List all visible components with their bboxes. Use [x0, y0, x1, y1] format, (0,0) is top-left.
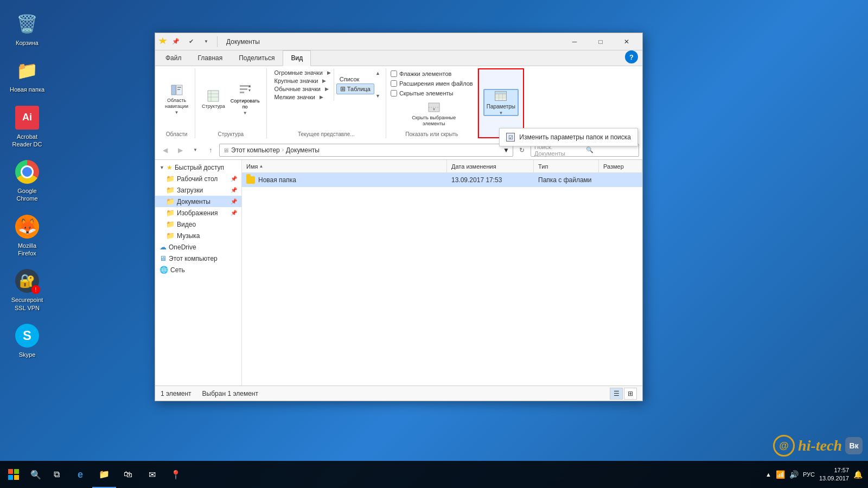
quick-access-expand: ▼ — [159, 165, 164, 170]
structure-btn-label: Структура — [202, 104, 225, 109]
nav-quick-access-label: Быстрый доступ — [175, 164, 224, 171]
firefox-icon: 🦊 — [14, 214, 40, 240]
taskbar-notif-btn[interactable]: 🔔 — [853, 470, 863, 479]
taskbar-store[interactable]: 🛍 — [116, 461, 140, 488]
structure-icon — [207, 89, 220, 102]
qat-pin-btn[interactable]: 📌 — [169, 35, 182, 48]
nav-network[interactable]: 🌐 Сеть — [155, 264, 241, 275]
file-list: Имя ▲ Дата изменения Тип Размер — [242, 160, 642, 386]
show-hide-group-label: Показать или скрыть — [391, 130, 473, 137]
file-row[interactable]: Новая папка 13.09.2017 17:53 Папка с фай… — [242, 173, 642, 187]
view-small-row: Мелкие значки ▶ — [271, 93, 331, 101]
help-button[interactable]: ? — [625, 50, 638, 63]
change-params-item[interactable]: ☑ Изменить параметры папок и поиска — [500, 131, 637, 144]
flags-checkbox-item[interactable]: Флажки элементов — [391, 69, 473, 78]
new-folder-label: Новая папка — [10, 86, 44, 93]
chrome-label: Google Chrome — [16, 187, 37, 203]
areas-nav-button[interactable]: Областьнавигации ▼ — [163, 84, 190, 114]
hide-selected-button[interactable]: Скрыть выбранныеэлементы — [395, 99, 473, 129]
tab-file[interactable]: Файл — [157, 50, 190, 66]
view-list-btn[interactable]: Список — [336, 75, 374, 83]
nav-desktop-icon: 📁 — [166, 175, 175, 183]
nav-quick-access[interactable]: ▼ ★ Быстрый доступ — [155, 162, 241, 173]
desktop-icon-firefox[interactable]: 🦊 Mozilla Firefox — [5, 214, 49, 258]
view-mode-controls: Огромные значки ▶ Крупные значки ▶ — [271, 69, 381, 100]
nav-music-label: Музыка — [177, 232, 200, 240]
view-small-btn[interactable]: Мелкие значки — [271, 93, 318, 101]
nav-desktop[interactable]: 📁 Рабочий стол 📌 — [155, 173, 241, 184]
items-count: 1 элемент — [161, 390, 192, 397]
desktop-icon-acrobat[interactable]: Ai Acrobat Reader DC — [5, 105, 49, 149]
title-bar-controls: ─ □ ✕ — [562, 34, 639, 49]
show-hide-checkboxes: Флажки элементов Расширения имен файлов … — [391, 69, 473, 98]
qat-arrow-btn[interactable]: ▼ — [200, 35, 213, 48]
taskbar-edge[interactable]: e — [68, 461, 92, 488]
taskbar-maps[interactable]: 📍 — [164, 461, 188, 488]
taskbar-taskview[interactable]: ⧉ — [44, 461, 68, 488]
list-view-toggle[interactable]: ☰ — [610, 388, 623, 400]
nav-documents[interactable]: 📁 Документы 📌 — [155, 196, 241, 207]
nav-onedrive[interactable]: ☁ OneDrive — [155, 241, 241, 253]
view-large-btn[interactable]: Крупные значки — [271, 77, 322, 85]
extensions-checkbox-item[interactable]: Расширения имен файлов — [391, 79, 473, 88]
col-type-header[interactable]: Тип — [534, 160, 599, 172]
view-collapse-up[interactable]: ▲ — [375, 70, 380, 76]
hidden-checkbox[interactable] — [391, 90, 397, 97]
change-params-label: Изменить параметры папок и поиска — [519, 133, 631, 141]
view-collapse-down[interactable]: ▼ — [375, 93, 380, 99]
params-button[interactable]: Параметры ▼ — [483, 89, 519, 116]
detail-view-toggle[interactable]: ⊞ — [624, 388, 637, 400]
desktop-icon-vpn[interactable]: 🔐 ! Securepoint SSL VPN — [5, 268, 49, 312]
tab-share[interactable]: Поделиться — [231, 50, 283, 66]
structure-button[interactable]: Структура — [200, 84, 227, 114]
maximize-button[interactable]: □ — [588, 34, 613, 49]
nav-images[interactable]: 📁 Изображения 📌 — [155, 207, 241, 219]
extensions-checkbox[interactable] — [391, 80, 397, 87]
hide-selected-label: Скрыть выбранныеэлементы — [412, 115, 456, 127]
desktop-icon-chrome[interactable]: Google Chrome — [5, 159, 49, 203]
view-large-row: Крупные значки ▶ — [271, 77, 331, 85]
taskbar-search-button[interactable]: 🔍 — [27, 461, 44, 488]
nav-music[interactable]: 📁 Музыка — [155, 230, 241, 241]
taskbar-explorer[interactable]: 📁 — [92, 461, 116, 488]
recycle-bin-label: Корзина — [16, 39, 39, 47]
forward-button[interactable]: ▶ — [174, 144, 187, 157]
taskbar-mail[interactable]: ✉ — [140, 461, 164, 488]
desktop-icon-recycle[interactable]: 🗑️ Корзина — [5, 11, 49, 47]
recent-button[interactable]: ▼ — [189, 144, 202, 157]
view-normal-btn[interactable]: Обычные значки — [271, 85, 324, 93]
desktop-icon-new-folder[interactable]: 📁 Новая папка — [5, 57, 49, 93]
up-button[interactable]: ↑ — [204, 144, 217, 157]
params-dropdown-menu: ☑ Изменить параметры папок и поиска — [499, 128, 638, 146]
tab-home[interactable]: Главная — [190, 50, 231, 66]
view-huge-btn[interactable]: Огромные значки — [271, 69, 326, 76]
address-dropdown-arrow[interactable]: ▼ — [503, 146, 509, 154]
col-name-header[interactable]: Имя ▲ — [242, 160, 447, 172]
sort-button[interactable]: Сортироватьпо ▼ — [228, 82, 262, 117]
search-icon[interactable]: 🔍 — [586, 146, 635, 153]
hidden-checkbox-item[interactable]: Скрытые элементы — [391, 89, 473, 98]
nav-downloads[interactable]: 📁 Загрузки 📌 — [155, 184, 241, 196]
params-dropdown-arrow: ▼ — [499, 111, 503, 115]
file-size-cell — [599, 173, 642, 187]
ribbon-content: Областьнавигации ▼ Области — [155, 66, 642, 140]
view-normal-row: Обычные значки ▶ — [271, 85, 331, 93]
col-size-header[interactable]: Размер — [599, 160, 642, 172]
qat-check-btn[interactable]: ✔ — [184, 35, 197, 48]
start-button[interactable] — [0, 461, 27, 488]
nav-documents-pin: 📌 — [231, 198, 237, 204]
desktop-icon-skype[interactable]: S Skype — [5, 323, 49, 358]
explorer-main: ▼ ★ Быстрый доступ 📁 Рабочий стол 📌 📁 За… — [155, 160, 642, 386]
close-button[interactable]: ✕ — [614, 34, 639, 49]
nav-this-computer[interactable]: 🖥 Этот компьютер — [155, 253, 241, 264]
svg-rect-3 — [177, 89, 180, 90]
view-table-btn[interactable]: ⊞ Таблица — [336, 84, 374, 94]
taskbar-notif-arrow[interactable]: ▲ — [765, 471, 771, 478]
minimize-button[interactable]: ─ — [562, 34, 587, 49]
nav-video[interactable]: 📁 Видео — [155, 219, 241, 230]
flags-checkbox[interactable] — [391, 70, 397, 77]
address-box[interactable]: 🖥 Этот компьютер › Документы ▼ — [219, 144, 513, 157]
back-button[interactable]: ◀ — [158, 144, 171, 157]
tab-view[interactable]: Вид — [283, 50, 311, 66]
col-date-header[interactable]: Дата изменения — [447, 160, 534, 172]
